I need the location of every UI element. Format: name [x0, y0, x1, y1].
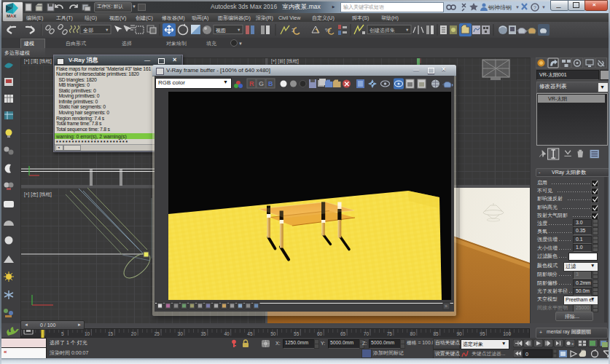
svg-text:+: + [571, 341, 574, 346]
svg-text:R: R [249, 80, 254, 87]
svg-text:»: » [445, 304, 447, 309]
svg-text:▼: ▼ [105, 28, 109, 32]
svg-text:▼: ▼ [541, 5, 546, 9]
svg-text:钢神缔钢: 钢神缔钢 [488, 4, 512, 11]
svg-text:?: ? [533, 5, 536, 10]
svg-text:▼: ▼ [515, 5, 520, 9]
svg-text:G: G [259, 80, 264, 87]
svg-text:▼: ▼ [405, 28, 409, 32]
svg-text:0: 0 [525, 352, 528, 357]
svg-text:创建选择集: 创建选择集 [369, 28, 395, 33]
svg-text:MAX: MAX [7, 14, 16, 18]
svg-text:全部: 全部 [83, 28, 93, 33]
svg-text:视图: 视图 [216, 28, 226, 33]
svg-text:▼: ▼ [237, 28, 241, 32]
svg-text:▼: ▼ [238, 41, 243, 46]
svg-text:%: % [325, 27, 330, 33]
svg-text:B: B [268, 80, 273, 87]
